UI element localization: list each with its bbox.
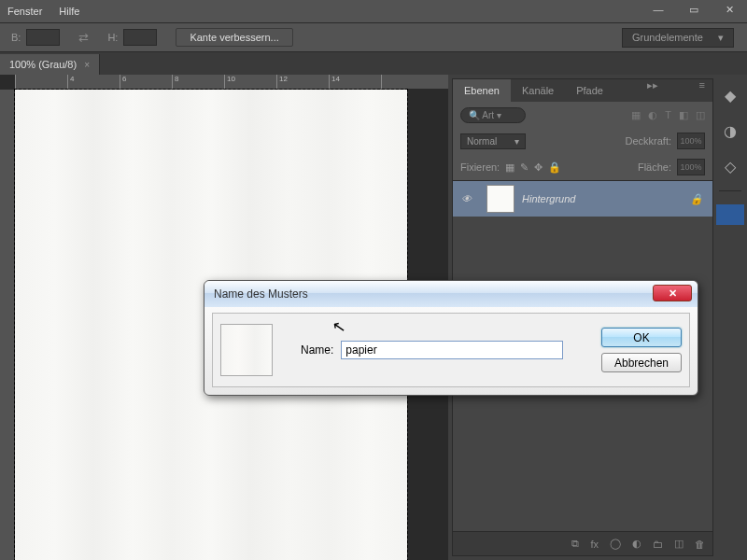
menu-window[interactable]: Fenster bbox=[7, 6, 42, 17]
new-layer-icon[interactable]: ◫ bbox=[674, 538, 684, 550]
dialog-body: Name: OK Abbrechen bbox=[212, 313, 690, 387]
layers-footer: ⧉ fx ◯ ◐ 🗀 ◫ 🗑 bbox=[453, 531, 712, 555]
refine-edge-button[interactable]: Kante verbessern... bbox=[176, 28, 292, 47]
fx-icon[interactable]: fx bbox=[590, 539, 599, 550]
ok-button[interactable]: OK bbox=[601, 328, 682, 347]
name-label: Name: bbox=[301, 343, 333, 357]
lock-position-icon[interactable]: ✥ bbox=[534, 161, 543, 174]
tab-layers[interactable]: Ebenen bbox=[453, 79, 511, 102]
close-tab-icon[interactable]: × bbox=[84, 60, 90, 70]
filter-type-icon[interactable]: T bbox=[665, 109, 671, 121]
group-icon[interactable]: 🗀 bbox=[653, 539, 663, 550]
ruler-horizontal: 468101214 bbox=[15, 75, 448, 90]
height-label: H: bbox=[107, 32, 118, 43]
panel-menu-icon[interactable]: ≡ bbox=[692, 79, 712, 102]
filter-pixel-icon[interactable]: ▦ bbox=[631, 109, 641, 121]
mask-icon[interactable]: ◯ bbox=[610, 538, 621, 550]
document-tab-bar: 100% (Grau/8) × bbox=[0, 52, 747, 75]
adjustment-icon[interactable]: ◐ bbox=[632, 538, 641, 550]
pattern-name-input[interactable] bbox=[341, 341, 563, 359]
fill-input[interactable]: 100% bbox=[677, 159, 705, 175]
layer-thumbnail[interactable] bbox=[486, 185, 514, 213]
filter-smart-icon[interactable]: ◫ bbox=[696, 109, 705, 121]
lock-icon: 🔒 bbox=[690, 193, 703, 205]
layer-filter-dropdown[interactable]: 🔍 Art ▾ bbox=[460, 107, 526, 123]
blend-mode-dropdown[interactable]: Normal▾ bbox=[460, 133, 526, 149]
lock-label: Fixieren: bbox=[460, 161, 500, 173]
close-button[interactable]: ✕ bbox=[712, 0, 747, 19]
menu-help[interactable]: Hilfe bbox=[59, 6, 79, 17]
width-label: B: bbox=[11, 32, 21, 43]
window-controls: — ▭ ✕ bbox=[641, 0, 747, 19]
dialog-title: Name des Musters bbox=[214, 287, 308, 301]
link-layers-icon[interactable]: ⧉ bbox=[571, 538, 579, 550]
opacity-label: Deckkraft: bbox=[625, 135, 671, 147]
height-input[interactable] bbox=[123, 29, 157, 46]
document-tab-label: 100% (Grau/8) bbox=[9, 59, 77, 70]
paths-icon[interactable]: ◇ bbox=[719, 155, 741, 177]
layer-name[interactable]: Hintergrund bbox=[522, 193, 575, 204]
panel-tab-bar: Ebenen Kanäle Pfade ▸▸ ≡ bbox=[453, 79, 712, 102]
maximize-button[interactable]: ▭ bbox=[676, 0, 712, 19]
active-panel-icon[interactable] bbox=[716, 204, 744, 225]
menu-bar: Fenster Hilfe bbox=[0, 0, 747, 22]
cancel-button[interactable]: Abbrechen bbox=[601, 353, 682, 372]
filter-shape-icon[interactable]: ◧ bbox=[679, 109, 688, 121]
panel-collapse-icon[interactable]: ▸▸ bbox=[640, 79, 666, 102]
lock-pixels-icon[interactable]: ✎ bbox=[520, 161, 529, 174]
visibility-icon[interactable]: 👁 bbox=[453, 193, 479, 204]
fill-label: Fläche: bbox=[638, 161, 671, 173]
swap-icon[interactable]: ⇄ bbox=[78, 31, 89, 45]
ruler-vertical bbox=[0, 90, 15, 560]
delete-layer-icon[interactable]: 🗑 bbox=[695, 539, 705, 550]
filter-adjust-icon[interactable]: ◐ bbox=[648, 109, 657, 121]
width-input[interactable] bbox=[26, 29, 60, 46]
dialog-titlebar[interactable]: Name des Musters ✕ bbox=[204, 281, 698, 307]
lock-transparency-icon[interactable]: ▦ bbox=[505, 161, 514, 174]
layer-row[interactable]: 👁 Hintergrund 🔒 bbox=[453, 181, 712, 217]
minimize-button[interactable]: — bbox=[641, 0, 676, 19]
opacity-input[interactable]: 100% bbox=[677, 133, 705, 149]
lock-all-icon[interactable]: 🔒 bbox=[548, 161, 561, 174]
layers-icon[interactable]: ◆ bbox=[719, 84, 741, 106]
presets-dropdown[interactable]: Grundelemente▾ bbox=[622, 28, 734, 48]
options-bar: B: ⇄ H: Kante verbessern... Grundelement… bbox=[0, 22, 747, 52]
document-tab[interactable]: 100% (Grau/8) × bbox=[0, 54, 100, 75]
channels-icon[interactable]: ◑ bbox=[719, 119, 741, 142]
collapsed-panel-strip: ◆ ◑ ◇ bbox=[713, 75, 747, 560]
pattern-preview bbox=[220, 324, 273, 376]
tab-channels[interactable]: Kanäle bbox=[511, 79, 565, 102]
tab-paths[interactable]: Pfade bbox=[565, 79, 614, 102]
pattern-name-dialog: Name des Musters ✕ Name: OK Abbrechen bbox=[204, 280, 698, 396]
dialog-close-button[interactable]: ✕ bbox=[653, 285, 692, 301]
